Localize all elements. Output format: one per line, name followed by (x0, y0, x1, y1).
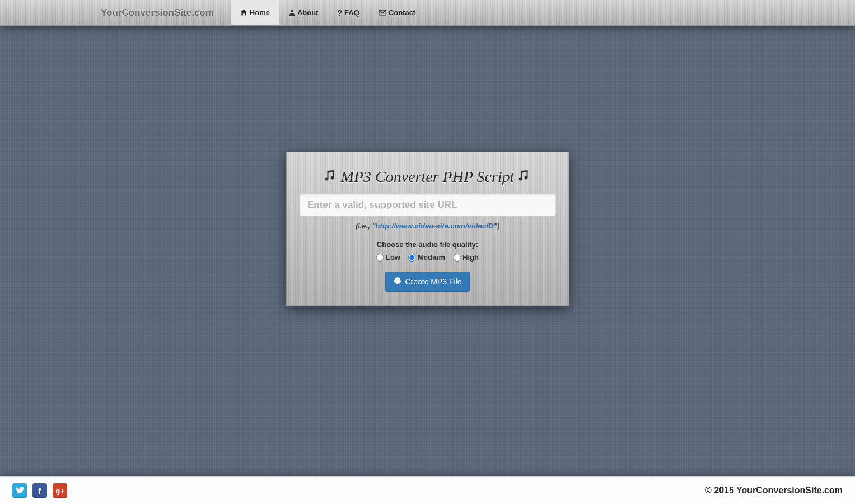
quality-radio-low[interactable]: Low (376, 253, 400, 262)
person-icon (289, 9, 295, 16)
quality-radio-low-input[interactable] (376, 254, 384, 262)
nav-faq[interactable]: ? FAQ (328, 0, 369, 25)
create-button-label: Create MP3 File (405, 277, 461, 286)
hint-suffix: ") (494, 222, 500, 230)
url-hint: (i.e., "http://www.video-site.com/videoI… (299, 222, 556, 230)
nav-home-label: Home (250, 8, 270, 17)
googleplus-link[interactable]: g+ (53, 483, 67, 498)
hint-example-link[interactable]: http://www.video-site.com/videoID (376, 222, 494, 230)
nav-menu: Home About ? FAQ Contact (231, 0, 425, 25)
nav-about-label: About (297, 8, 319, 17)
svg-rect-1 (379, 10, 386, 15)
quality-high-label: High (462, 253, 479, 262)
converter-card: MP3 Converter PHP Script (i.e., "http://… (286, 152, 569, 306)
card-title-text: MP3 Converter PHP Script (341, 168, 515, 186)
quality-radio-high-input[interactable] (453, 254, 461, 262)
quality-radio-medium-input[interactable] (408, 254, 416, 262)
nav-contact[interactable]: Contact (369, 0, 425, 25)
page-body: MP3 Converter PHP Script (i.e., "http://… (0, 26, 855, 476)
hint-prefix: (i.e., " (356, 222, 376, 230)
brand-title: YourConversionSite.com (101, 7, 214, 18)
twitter-link[interactable] (12, 483, 27, 498)
nav-home[interactable]: Home (231, 0, 279, 25)
music-note-icon (325, 168, 337, 186)
quality-low-label: Low (386, 253, 400, 262)
social-links: f g+ (12, 483, 67, 498)
top-navbar: YourConversionSite.com Home About ? FAQ … (0, 0, 855, 26)
nav-about[interactable]: About (279, 0, 328, 25)
googleplus-icon: g+ (55, 487, 64, 495)
gears-icon (393, 277, 401, 287)
quality-radio-medium[interactable]: Medium (408, 253, 445, 262)
question-icon: ? (338, 8, 343, 17)
twitter-icon (16, 486, 24, 496)
svg-point-0 (291, 10, 293, 12)
home-icon (240, 9, 247, 16)
create-mp3-button[interactable]: Create MP3 File (385, 272, 470, 292)
copyright-text: © 2015 YourConversionSite.com (705, 486, 843, 496)
quality-medium-label: Medium (418, 253, 445, 262)
music-note-icon (518, 168, 530, 186)
quality-radio-high[interactable]: High (453, 253, 479, 262)
quality-label: Choose the audio file quality: (299, 240, 556, 249)
facebook-icon: f (39, 486, 41, 496)
quality-radio-group: Low Medium High (299, 253, 556, 262)
nav-contact-label: Contact (389, 8, 415, 17)
nav-faq-label: FAQ (344, 8, 359, 17)
facebook-link[interactable]: f (32, 483, 47, 498)
url-input[interactable] (299, 194, 556, 216)
envelope-icon (379, 10, 386, 16)
card-title: MP3 Converter PHP Script (299, 168, 556, 186)
footer: f g+ © 2015 YourConversionSite.com (0, 476, 855, 504)
